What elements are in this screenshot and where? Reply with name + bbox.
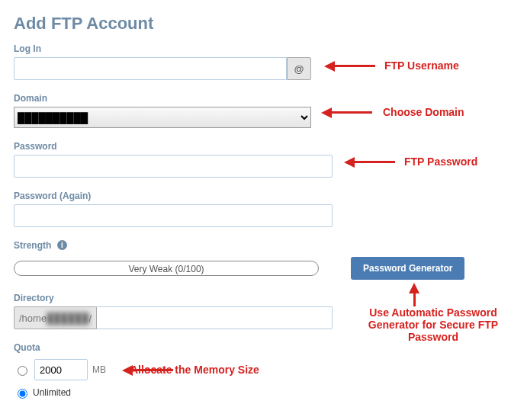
annotation-memory: Allocate the Memory Size bbox=[130, 364, 259, 376]
password-again-label: Password (Again) bbox=[14, 191, 91, 201]
quota-unlimited-radio[interactable] bbox=[18, 389, 27, 399]
directory-input[interactable] bbox=[97, 306, 333, 329]
password-label: Password bbox=[14, 141, 57, 152]
strength-label: Strength bbox=[14, 240, 51, 251]
password-input[interactable] bbox=[14, 155, 333, 178]
password-again-input[interactable] bbox=[14, 204, 333, 227]
annotation-generator: Use Automatic Password Generator for Sec… bbox=[357, 306, 509, 343]
domain-select[interactable]: ██████████ bbox=[14, 107, 311, 128]
quota-label: Quota bbox=[14, 342, 40, 353]
page-title: Add FTP Account bbox=[14, 14, 497, 34]
quota-unit-label: MB bbox=[92, 364, 106, 375]
directory-label: Directory bbox=[14, 293, 54, 303]
strength-meter: Very Weak (0/100) bbox=[14, 261, 319, 276]
quota-value-input[interactable] bbox=[34, 359, 88, 380]
password-generator-button[interactable]: Password Generator bbox=[351, 257, 464, 280]
at-icon: @ bbox=[287, 57, 311, 80]
quota-limited-radio[interactable] bbox=[18, 366, 27, 376]
directory-prefix: /home██████/ bbox=[14, 306, 97, 329]
login-label: Log In bbox=[14, 43, 41, 54]
annotation-username: FTP Username bbox=[384, 59, 459, 72]
annotation-password: FTP Password bbox=[404, 155, 477, 168]
info-icon[interactable]: i bbox=[57, 240, 67, 250]
domain-label: Domain bbox=[14, 93, 47, 104]
quota-unlimited-label: Unlimited bbox=[33, 387, 71, 398]
annotation-domain: Choose Domain bbox=[383, 106, 464, 118]
login-input[interactable] bbox=[14, 57, 287, 80]
